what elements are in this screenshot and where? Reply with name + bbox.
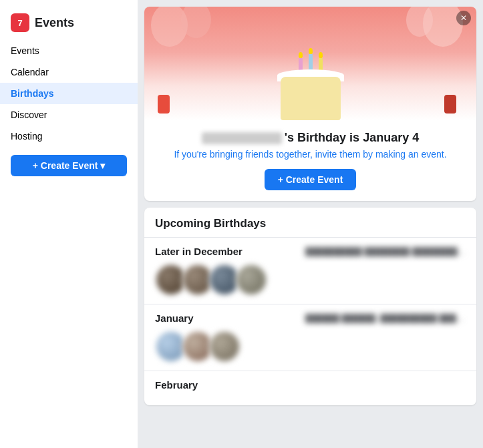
sidebar-link-events[interactable]: Events (0, 40, 138, 61)
birthday-cake (271, 47, 351, 120)
sidebar-item-birthdays[interactable]: Birthdays (0, 83, 138, 104)
birthday-group-january-header: January ██████ ██████, ██████████ ████ a… (155, 312, 466, 324)
birthday-group-february: February (144, 371, 476, 405)
upcoming-birthdays-card: Upcoming Birthdays Later in December ███… (144, 208, 476, 405)
sidebar: 7 Events Events Calendar Birthdays Disco… (0, 0, 138, 448)
birthday-group-february-header: February (155, 379, 466, 391)
sidebar-item-discover[interactable]: Discover (0, 104, 138, 126)
sidebar-link-discover[interactable]: Discover (0, 104, 138, 126)
hero-close-button[interactable]: ✕ (456, 11, 471, 25)
birthday-hero-card: ✕ 's Birthday is January 4 If you're bri… (144, 7, 476, 201)
avatar-december-4 (235, 264, 267, 296)
birthday-title: 's Birthday is January 4 (155, 131, 466, 145)
sidebar-item-hosting[interactable]: Hosting (0, 126, 138, 147)
figure-left-body (158, 95, 170, 114)
birthday-hero-image: ✕ (144, 7, 476, 120)
sidebar-item-events[interactable]: Events (0, 40, 138, 61)
sidebar-link-hosting[interactable]: Hosting (0, 126, 138, 147)
birthday-name-blurred (202, 132, 282, 144)
sidebar-title: Events (35, 16, 74, 30)
figure-right-body (444, 95, 456, 114)
flame-1 (299, 52, 303, 58)
figure-left (158, 95, 170, 114)
sidebar-item-calendar[interactable]: Calendar (0, 61, 138, 83)
sidebar-link-birthdays[interactable]: Birthdays (0, 83, 138, 104)
sidebar-header: 7 Events (0, 8, 138, 40)
flame-2 (309, 48, 313, 54)
birthday-group-december-names: ██████████ ████████ ██████████ █████████… (305, 247, 466, 256)
sidebar-nav: Events Calendar Birthdays Discover Hosti… (0, 40, 138, 147)
create-event-sidebar-button[interactable]: + Create Event ▾ (11, 155, 127, 176)
events-app-icon: 7 (11, 13, 29, 32)
flame-3 (319, 52, 323, 58)
balloon-decoration-2 (181, 7, 211, 38)
birthday-hero-body: 's Birthday is January 4 If you're bring… (144, 120, 476, 201)
birthday-group-january: January ██████ ██████, ██████████ ████ a… (144, 304, 476, 371)
birthday-group-december: Later in December ██████████ ████████ ██… (144, 237, 476, 304)
birthday-group-january-avatars (155, 330, 466, 363)
sidebar-link-calendar[interactable]: Calendar (0, 61, 138, 83)
figure-right (444, 95, 456, 114)
birthday-group-december-header: Later in December ██████████ ████████ ██… (155, 246, 466, 257)
birthday-group-december-avatars (155, 264, 466, 296)
cake-body (281, 77, 341, 120)
birthday-subtitle: If you're bringing friends together, inv… (155, 149, 466, 160)
avatar-january-3 (208, 330, 240, 363)
birthday-group-january-names: ██████ ██████, ██████████ ████ and 2 oth… (305, 314, 466, 323)
create-event-hero-button[interactable]: + Create Event (265, 169, 357, 190)
birthday-group-december-label: Later in December (155, 246, 243, 257)
birthday-group-january-label: January (155, 312, 194, 324)
main-content: ✕ 's Birthday is January 4 If you're bri… (138, 0, 483, 448)
upcoming-birthdays-title: Upcoming Birthdays (144, 208, 476, 237)
birthday-group-february-label: February (155, 379, 198, 391)
